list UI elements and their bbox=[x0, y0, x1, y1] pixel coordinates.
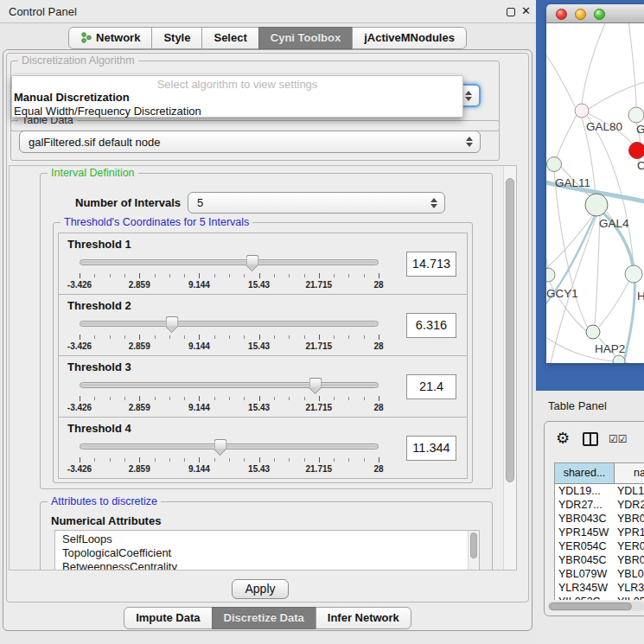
threshold-slider[interactable] bbox=[80, 378, 379, 393]
tab-select[interactable]: Select bbox=[201, 27, 258, 49]
cell-shared-name: YDR27... bbox=[555, 498, 615, 512]
table-data-combobox[interactable]: galFiltered.sif default node bbox=[19, 131, 481, 153]
slider-tick-labels: -3.4262.8599.14415.4321.71528 bbox=[80, 341, 379, 352]
tab-discretize-data[interactable]: Discretize Data bbox=[212, 607, 316, 629]
network-window-titlebar[interactable] bbox=[546, 4, 644, 23]
tab-label: Discretize Data bbox=[224, 611, 304, 624]
number-of-intervals-combobox[interactable]: 5 bbox=[188, 192, 445, 214]
numerical-attributes-list[interactable]: SelfLoopsTopologicalCoefficientBetweenne… bbox=[54, 530, 480, 571]
threshold-row-2: Threshold 2-3.4262.8599.14415.4321.71528… bbox=[58, 294, 468, 356]
cell-shared-name: YDL19... bbox=[555, 484, 615, 498]
threshold-slider[interactable] bbox=[80, 255, 379, 271]
slider-track[interactable] bbox=[80, 443, 379, 450]
cell-name: YER054C bbox=[615, 539, 644, 553]
network-graph: GAL80 G GAL11 C GAL4 GCY1 H HAP2 bbox=[546, 23, 644, 363]
tab-style[interactable]: Style bbox=[151, 27, 202, 49]
attribute-list-item[interactable]: TopologicalCoefficient bbox=[62, 546, 479, 560]
scrollbar-thumb[interactable] bbox=[549, 603, 632, 610]
slider-ticks bbox=[80, 335, 379, 341]
table-row[interactable]: YER054CYER054C bbox=[555, 539, 644, 553]
slider-track[interactable] bbox=[80, 259, 379, 265]
tab-label: Impute Data bbox=[136, 611, 200, 624]
algorithm-option-2[interactable]: Equal Width/Frequency Discretization bbox=[14, 105, 201, 118]
panel-title: Control Panel bbox=[9, 5, 77, 18]
close-icon[interactable]: ✕ bbox=[521, 4, 531, 17]
node-label: GCY1 bbox=[546, 287, 578, 300]
table-row[interactable]: YDL19...YDL19... bbox=[555, 484, 644, 498]
algorithm-option-1[interactable]: Manual Discretization bbox=[14, 91, 130, 104]
node-label: H bbox=[637, 290, 644, 303]
minimize-traffic-light-icon[interactable] bbox=[575, 9, 586, 20]
threshold-value-field[interactable]: 6.316 bbox=[406, 313, 456, 338]
apply-button[interactable]: Apply bbox=[232, 579, 289, 599]
gear-icon[interactable]: ⚙ bbox=[556, 429, 570, 448]
split-columns-icon[interactable] bbox=[583, 432, 598, 446]
algorithm-prompt: Select algorithm to view settings bbox=[12, 78, 462, 91]
threshold-value-field[interactable]: 14.713 bbox=[406, 252, 456, 277]
cell-name: YDL19... bbox=[615, 484, 644, 498]
slider-thumb[interactable] bbox=[309, 378, 322, 387]
threshold-value-field[interactable]: 21.4 bbox=[406, 374, 456, 399]
tab-cyni-toolbox[interactable]: Cyni Toolbox bbox=[258, 27, 353, 49]
column-header-name[interactable]: name bbox=[615, 463, 644, 484]
thresholds-group: Threshold's Coordinates for 5 Intervals … bbox=[53, 222, 473, 483]
float-window-icon[interactable] bbox=[507, 8, 515, 16]
table-data-value: galFiltered.sif default node bbox=[29, 136, 160, 149]
attribute-list-item[interactable]: SelfLoops bbox=[62, 532, 479, 546]
table-row[interactable]: YBR043CYBR043C bbox=[555, 512, 644, 526]
node-gal11 bbox=[547, 157, 562, 172]
cell-shared-name: YBL079W bbox=[555, 567, 615, 581]
close-traffic-light-icon[interactable] bbox=[556, 9, 567, 20]
table-panel-title: Table Panel bbox=[548, 399, 607, 412]
slider-track[interactable] bbox=[80, 382, 379, 388]
slider-thumb[interactable] bbox=[214, 439, 226, 449]
number-of-intervals-label: Number of Intervals bbox=[75, 196, 181, 209]
scrollbar-thumb[interactable] bbox=[470, 532, 477, 558]
table-row[interactable]: YDR27...YDR27... bbox=[555, 498, 644, 512]
node-right-top bbox=[628, 107, 644, 123]
group-label: Interval Definition bbox=[48, 167, 138, 179]
table-horizontal-scrollbar[interactable] bbox=[548, 602, 644, 611]
attributes-list-scrollbar[interactable] bbox=[468, 531, 479, 571]
node-gal4 bbox=[585, 194, 608, 216]
column-header-shared-name[interactable]: shared... bbox=[555, 463, 615, 484]
table-row[interactable]: YBR045CYBR045C bbox=[555, 553, 644, 567]
table-row[interactable]: YLR345WYLR345W bbox=[555, 581, 644, 595]
zoom-traffic-light-icon[interactable] bbox=[594, 9, 605, 20]
tab-infer-network[interactable]: Infer Network bbox=[316, 607, 411, 629]
cell-name: YLR345W bbox=[615, 581, 644, 595]
tab-network[interactable]: Network bbox=[68, 27, 152, 49]
checkbox-icons[interactable]: ☑☑ bbox=[609, 433, 628, 445]
threshold-slider[interactable] bbox=[80, 439, 379, 455]
cell-shared-name: YIL052C bbox=[555, 595, 615, 600]
cell-name: YPR145W bbox=[615, 526, 644, 539]
scrollbar-thumb[interactable] bbox=[506, 178, 514, 482]
node-table[interactable]: shared... name YDL19...YDL19...YDR27...Y… bbox=[554, 462, 644, 600]
stepper-arrows-icon bbox=[465, 91, 472, 101]
stepper-arrows-icon bbox=[466, 137, 473, 147]
tab-impute-data[interactable]: Impute Data bbox=[124, 607, 212, 629]
settings-vertical-scrollbar[interactable] bbox=[503, 166, 516, 570]
node-red-selected bbox=[629, 143, 644, 159]
threshold-rows: Threshold 1-3.4262.8599.14415.4321.71528… bbox=[58, 233, 468, 479]
cell-name: YDR27... bbox=[615, 498, 644, 512]
slider-thumb[interactable] bbox=[166, 316, 179, 326]
cell-name: YIL052C bbox=[615, 595, 644, 600]
network-view-window: GAL80 G GAL11 C GAL4 GCY1 H HAP2 bbox=[546, 4, 644, 363]
threshold-slider[interactable] bbox=[80, 316, 379, 332]
tab-jactivemnodules[interactable]: jActiveMNodules bbox=[352, 27, 467, 49]
tab-label: Cyni Toolbox bbox=[271, 31, 341, 44]
table-row[interactable]: YIL052CYIL052C bbox=[555, 595, 644, 600]
network-canvas[interactable]: GAL80 G GAL11 C GAL4 GCY1 H HAP2 bbox=[546, 23, 644, 363]
settings-scrollpane: Interval Definition Number of Intervals … bbox=[9, 165, 517, 571]
slider-ticks bbox=[80, 396, 379, 402]
slider-thumb[interactable] bbox=[245, 255, 258, 265]
slider-track[interactable] bbox=[80, 321, 379, 327]
node-h bbox=[625, 265, 642, 283]
attribute-list-item[interactable]: BetweennessCentrality bbox=[62, 560, 479, 571]
node-label: GAL11 bbox=[555, 176, 590, 189]
table-row[interactable]: YPR145WYPR145W bbox=[555, 526, 644, 539]
threshold-value-field[interactable]: 11.344 bbox=[406, 436, 456, 461]
screenshot-stage: Control Panel ✕ NetworkStyleSelectCyni T… bbox=[0, 0, 644, 644]
table-row[interactable]: YBL079WYBL079W bbox=[555, 567, 644, 581]
